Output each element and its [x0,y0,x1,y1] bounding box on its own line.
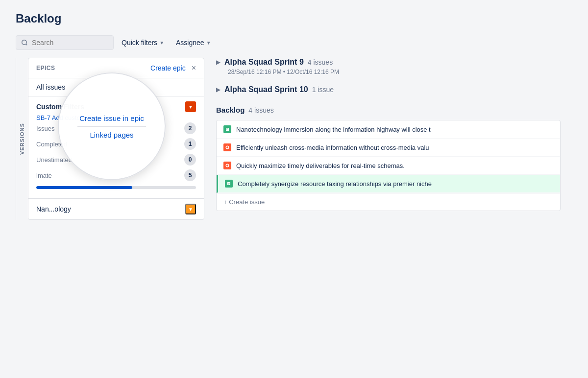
svg-line-1 [26,44,27,46]
stat-badge-estimate: 5 [184,169,196,181]
issue-row-1[interactable]: Efficiently unleash cross-media informat… [217,139,560,157]
stat-badge-completed: 1 [184,138,196,150]
backlog-count: 4 issues [248,106,273,114]
quick-filters-dropdown[interactable]: Quick filters ▼ [118,36,168,49]
progress-bar-container [36,186,196,189]
create-issue-row[interactable]: + Create issue [217,193,560,211]
stat-label-issues: Issues [36,125,55,132]
main-content: VERSIONS EPICS Create epic × All issues … [16,58,572,220]
sprint-chevron-icon-2[interactable]: ▶ [216,86,220,93]
issue-icon-story-3 [225,180,233,188]
linked-pages-link[interactable]: Linked pages [90,131,133,139]
create-epic-link[interactable]: Create epic [150,64,186,72]
sidebar: EPICS Create epic × All issues Custom Fi… [28,58,204,220]
nano-label: Nan...ology [36,205,71,213]
search-icon [21,39,28,46]
issue-icon-bug-2 [223,162,231,169]
issue-list: Nanotechnology immersion along the infor… [216,120,561,211]
issue-icon-story-0 [223,125,231,133]
assignee-dropdown[interactable]: Assignee ▼ [172,36,215,49]
sprint-section-2: ▶ Alpha Squad Sprint 10 1 issue [216,85,561,94]
page-wrapper: Backlog Quick filters ▼ Assignee ▼ VERSI… [0,0,588,378]
versions-tab[interactable]: VERSIONS [16,58,28,220]
sprint-section-1: ▶ Alpha Squad Sprint 9 4 issues 28/Sep/1… [216,58,561,75]
search-box[interactable] [16,35,114,50]
circle-divider [77,126,147,127]
toolbar: Quick filters ▼ Assignee ▼ [16,35,572,50]
dropdown-arrow-icon: ▼ [188,104,193,110]
sidebar-header-actions: Create epic × [150,64,196,72]
issue-row-2[interactable]: Quickly maximize timely deliverables for… [217,157,560,175]
epics-label: EPICS [36,65,55,71]
svg-point-0 [22,40,26,45]
stat-label-estimate: imate [36,172,52,179]
progress-bar-fill [36,186,132,189]
backlog-title: Backlog [216,106,245,114]
stat-label-unestimated: Unestimated [36,156,72,164]
nano-dropdown-arrow-icon: ▼ [188,207,193,212]
context-menu-circle: Create issue in epic Linked pages [58,72,166,180]
close-sidebar-button[interactable]: × [192,64,196,72]
sprint-dates-1: 28/Sep/16 12:16 PM • 12/Oct/16 12:16 PM [228,69,561,75]
quick-filters-chevron-icon: ▼ [159,40,164,46]
svg-point-3 [226,146,228,148]
issue-text-2: Quickly maximize timely deliverables for… [236,162,405,169]
search-input[interactable] [32,39,108,47]
custom-filters-dropdown-btn[interactable]: ▼ [185,101,196,112]
issue-text-3: Completely synergize resource taxing rel… [238,180,432,188]
svg-point-5 [226,165,228,166]
bug-icon-svg-1 [225,145,230,150]
story-icon-svg-3 [226,181,231,186]
story-icon-svg [225,127,230,132]
stat-badge-issues: 2 [184,122,196,134]
backlog-header: Backlog 4 issues [216,106,561,114]
sprint-header-1: ▶ Alpha Squad Sprint 9 4 issues [216,58,561,67]
sprint-title-2: Alpha Squad Sprint 10 [224,85,308,94]
sprint-count-1: 4 issues [308,58,333,66]
content-area: ▶ Alpha Squad Sprint 9 4 issues 28/Sep/1… [204,58,572,220]
assignee-label: Assignee [176,39,204,47]
issue-row-0[interactable]: Nanotechnology immersion along the infor… [217,120,560,139]
sprint-header-2: ▶ Alpha Squad Sprint 10 1 issue [216,85,561,94]
custom-filters-epic: Custom Filters ▼ SB-7 Add custom filters… [28,96,204,198]
stat-badge-unestimated: 0 [184,154,196,165]
create-issue-in-epic-link[interactable]: Create issue in epic [79,114,144,122]
nano-item: Nan...ology ▼ [28,198,204,219]
quick-filters-label: Quick filters [122,39,157,47]
issue-icon-bug-1 [223,143,231,151]
issue-text-0: Nanotechnology immersion along the infor… [236,126,431,133]
sprint-count-2: 1 issue [312,86,334,94]
assignee-chevron-icon: ▼ [206,40,211,46]
bug-icon-svg-2 [225,163,230,168]
page-title: Backlog [16,12,572,25]
sprint-title-1: Alpha Squad Sprint 9 [224,58,304,67]
create-issue-label: + Create issue [223,198,265,206]
issue-row-3[interactable]: Completely synergize resource taxing rel… [217,175,560,193]
issue-text-1: Efficiently unleash cross-media informat… [236,144,429,151]
backlog-section: Backlog 4 issues Nanotechnology immersio… [216,106,561,211]
sprint-chevron-icon-1[interactable]: ▶ [216,59,220,66]
nano-dropdown-btn[interactable]: ▼ [185,204,196,214]
